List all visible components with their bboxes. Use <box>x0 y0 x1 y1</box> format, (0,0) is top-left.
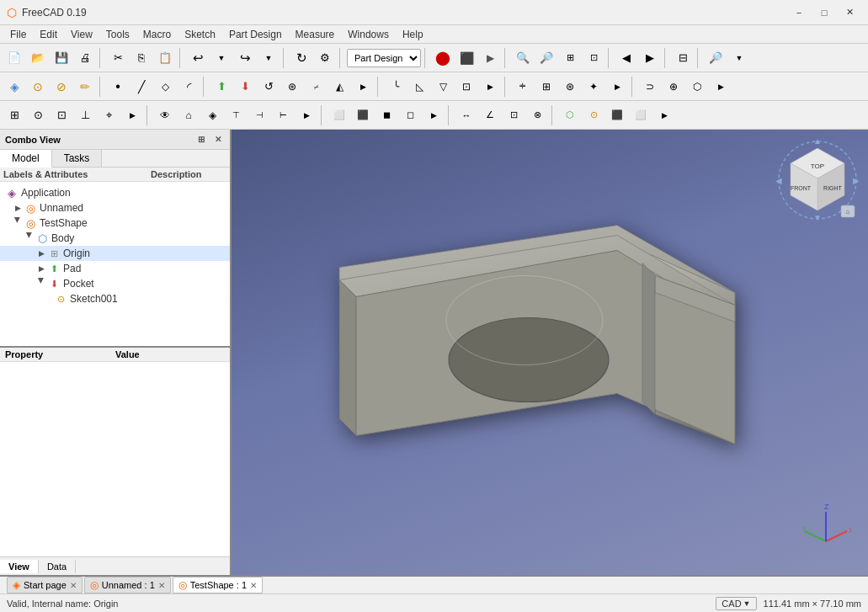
menu-help[interactable]: Help <box>396 27 430 42</box>
tree-node-application[interactable]: ◈ Application <box>0 185 230 200</box>
view-3d[interactable]: ◈ <box>201 104 223 126</box>
sd-subtractive[interactable]: ⬛ <box>606 104 628 126</box>
pd-thickness[interactable]: ⊡ <box>455 76 477 98</box>
view-more[interactable]: ▶ <box>296 104 317 126</box>
menu-windows[interactable]: Windows <box>341 27 396 42</box>
tree-node-pad[interactable]: ▶ ⬆ Pad <box>0 261 230 276</box>
pd-chamfer[interactable]: ◺ <box>408 76 430 98</box>
tab-start-page[interactable]: ◈ Start page ✕ <box>7 577 83 593</box>
undo-dropdown[interactable]: ▼ <box>210 47 232 69</box>
view-menu-button[interactable]: ⊟ <box>672 47 694 69</box>
sd-part[interactable]: ⬡ <box>559 104 581 126</box>
tree-node-sketch001[interactable]: ⊙ Sketch001 <box>0 291 230 306</box>
snap-pt[interactable]: ⊙ <box>27 104 49 126</box>
stop-button[interactable]: ⬤ <box>432 47 454 69</box>
pd-new-body[interactable]: ◈ <box>3 76 25 98</box>
menu-measure[interactable]: Measure <box>289 27 342 42</box>
menu-tools[interactable]: Tools <box>99 27 136 42</box>
run-button[interactable]: ▶ <box>479 47 501 69</box>
print-button[interactable]: 🖨 <box>74 47 96 69</box>
next-view-button[interactable]: ▶ <box>639 47 661 69</box>
measure-linear[interactable]: ↔ <box>455 104 477 126</box>
menu-edit[interactable]: Edit <box>33 27 64 42</box>
view-front[interactable]: ⊣ <box>248 104 270 126</box>
pd-mirror[interactable]: ⫩ <box>512 76 534 98</box>
pd-more[interactable]: ▶ <box>352 76 374 98</box>
close-button[interactable]: ✕ <box>838 3 861 22</box>
redo-dropdown[interactable]: ▼ <box>258 47 280 69</box>
style-wire[interactable]: ⬜ <box>328 104 350 126</box>
tab-unnamed[interactable]: ◎ Unnamed : 1 ✕ <box>84 577 171 593</box>
new-button[interactable]: 📄 <box>3 47 25 69</box>
measure-toggle[interactable]: ⊡ <box>503 104 525 126</box>
menu-macro[interactable]: Macro <box>136 27 178 42</box>
copy-button[interactable]: ⎘ <box>130 47 152 69</box>
paste-button[interactable]: 📋 <box>154 47 176 69</box>
measure-angular[interactable]: ∠ <box>479 104 501 126</box>
maximize-button[interactable]: □ <box>812 3 836 22</box>
pd-line[interactable]: ╱ <box>130 76 152 98</box>
bottom-tab-data[interactable]: Data <box>39 560 76 573</box>
pd-arc[interactable]: ◜ <box>178 76 200 98</box>
snap-perp[interactable]: ⊥ <box>74 104 96 126</box>
pd-loft[interactable]: ◭ <box>328 76 350 98</box>
pd-clone[interactable]: ⊕ <box>663 76 684 98</box>
menu-file[interactable]: File <box>3 27 33 42</box>
pd-attach-sketch[interactable]: ⊘ <box>51 76 72 98</box>
zoom-in-button[interactable]: 🔍 <box>512 47 534 69</box>
pd-fillet[interactable]: ╰ <box>385 76 407 98</box>
style-shade[interactable]: ◼ <box>375 104 397 126</box>
tree-node-testshape[interactable]: ▶ ◎ TestShape <box>0 216 230 231</box>
zoom-all-button[interactable]: 🔎 <box>705 47 727 69</box>
pd-revolution[interactable]: ↺ <box>258 76 280 98</box>
cad-status-button[interactable]: CAD ▼ <box>716 597 756 610</box>
pd-more3[interactable]: ▶ <box>606 76 628 98</box>
refresh-button[interactable]: ↻ <box>290 47 312 69</box>
pd-more4[interactable]: ▶ <box>710 76 732 98</box>
open-button[interactable]: 📂 <box>27 47 49 69</box>
snap-mid[interactable]: ⊡ <box>51 104 72 126</box>
style-hidden[interactable]: ◻ <box>399 104 421 126</box>
3d-viewport[interactable]: TOP RIGHT FRONT ▲ ▼ ◀ ▶ ⌂ X Y Z <box>232 130 868 575</box>
pd-multitransform[interactable]: ✦ <box>583 76 604 98</box>
style-more[interactable]: ▶ <box>423 104 445 126</box>
pd-groove[interactable]: ⊛ <box>281 76 303 98</box>
tree-arrow-pocket[interactable]: ▶ <box>37 278 45 290</box>
view-top[interactable]: ⊤ <box>225 104 247 126</box>
tree-arrow-pad[interactable]: ▶ <box>35 264 47 273</box>
snap-near[interactable]: ⌖ <box>98 104 120 126</box>
workbench-dropdown[interactable]: Part Design <box>347 49 421 67</box>
menu-sketch[interactable]: Sketch <box>178 27 222 42</box>
macro-button[interactable]: ⚙ <box>314 47 336 69</box>
save-button[interactable]: 💾 <box>51 47 72 69</box>
tree-node-pocket[interactable]: ▶ ⬇ Pocket <box>0 276 230 291</box>
tree-arrow-body[interactable]: ▶ <box>25 232 34 244</box>
pd-linear[interactable]: ⊞ <box>535 76 557 98</box>
menu-part-design[interactable]: Part Design <box>222 27 289 42</box>
sd-more[interactable]: ▶ <box>653 104 675 126</box>
tab-model[interactable]: Model <box>0 150 52 168</box>
undo-button[interactable]: ↩ <box>187 47 209 69</box>
tab-testshape-close[interactable]: ✕ <box>250 581 257 590</box>
view-right[interactable]: ⊢ <box>272 104 294 126</box>
pd-section[interactable]: ⊃ <box>639 76 661 98</box>
pd-rect[interactable]: ◇ <box>154 76 176 98</box>
pd-new-sketch[interactable]: ⊙ <box>27 76 49 98</box>
pd-polar[interactable]: ⊛ <box>559 76 581 98</box>
snap-grid[interactable]: ⊞ <box>3 104 25 126</box>
tab-testshape[interactable]: ◎ TestShape : 1 ✕ <box>173 577 263 593</box>
pd-draft[interactable]: ▽ <box>432 76 454 98</box>
tree-arrow-testshape[interactable]: ▶ <box>13 217 22 229</box>
pd-pad[interactable]: ⬆ <box>210 76 232 98</box>
measure-clear[interactable]: ⊗ <box>526 104 548 126</box>
zoom-box-button[interactable]: ⊡ <box>583 47 604 69</box>
view-home[interactable]: ⌂ <box>178 104 200 126</box>
menu-view[interactable]: View <box>64 27 99 42</box>
pd-pocket[interactable]: ⬇ <box>234 76 256 98</box>
tab-tasks[interactable]: Tasks <box>52 150 103 167</box>
zoom-out-button[interactable]: 🔎 <box>535 47 557 69</box>
prev-view-button[interactable]: ◀ <box>615 47 637 69</box>
tree-node-body[interactable]: ▶ ⬡ Body <box>0 231 230 246</box>
zoom-fit-button[interactable]: ⊞ <box>559 47 581 69</box>
pd-more2[interactable]: ▶ <box>479 76 501 98</box>
